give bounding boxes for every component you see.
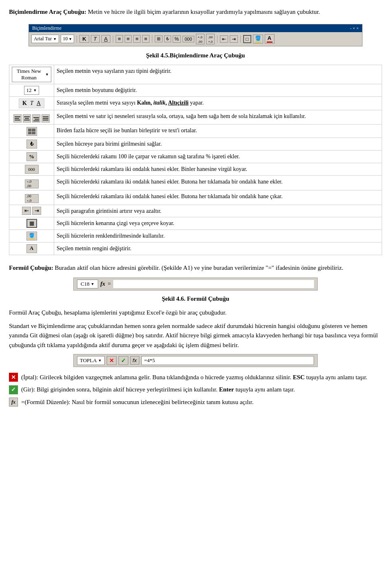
merge-cells-button[interactable]: ⊞ <box>155 35 163 42</box>
currency-format-icon: ₺ <box>26 140 37 149</box>
formula-edit-row: fx =(Formül Düzenle): Nasıl bir formül s… <box>9 398 382 407</box>
table-row: Times New Roman ▼ Seçilen metnin veya sa… <box>9 65 382 84</box>
table-row: ⇤ ⇥ Seçili paragrafın girintisini artırı… <box>9 205 382 217</box>
font-color-button[interactable]: A <box>265 34 275 44</box>
icon-cell-10: ⇤ ⇥ <box>9 205 54 217</box>
icon-cell-6: % <box>9 151 54 163</box>
increase-decimal-button[interactable]: +,0,00 <box>196 34 204 44</box>
font-size-box[interactable]: 10 ▼ <box>61 35 74 43</box>
cell-ref-box[interactable]: C18 ▼ <box>77 280 98 289</box>
align-justify-button[interactable]: ≡ <box>142 35 149 43</box>
cancel-text: (İptal): Girilecek bilgiden vazgeçmek an… <box>21 373 382 382</box>
decrease-decimal-button[interactable]: ,00+,0 <box>206 34 215 44</box>
desc-cell-1: Seçilen metnin boyutunu değiştirir. <box>54 84 382 96</box>
indent-decrease-button[interactable]: ⇤ <box>220 35 228 43</box>
align-left-button[interactable]: ≡ <box>116 35 123 43</box>
bold-button[interactable]: K <box>79 35 89 43</box>
desc-cell-10: Seçili paragrafın girintisini artırır ve… <box>54 205 382 217</box>
percent-button[interactable]: % <box>173 35 181 43</box>
icon-cell-7: 000 <box>9 163 54 176</box>
toolbar-wrapper: Biçimlendirme - × × Arial Tur ▼ 10 ▼ K T… <box>29 24 362 46</box>
icon-cell-13: A <box>9 242 54 255</box>
desc-cell-0: Seçilen metnin veya sayıların yazı tipin… <box>54 65 382 84</box>
align-right-button[interactable]: ≡ <box>133 35 141 43</box>
desc-cell-8: Seçili hücrelerdeki rakamlara iki ondalı… <box>54 176 382 190</box>
desc-text-12: Seçili hücrelerin renklendirilmesinde ku… <box>57 233 165 239</box>
icon-cell-1: 12 ▼ <box>9 84 54 96</box>
font-name-box[interactable]: Arial Tur ▼ <box>31 35 59 43</box>
indent-icons-group: ⇤ ⇥ <box>22 207 41 215</box>
icon-cell-3 <box>9 110 54 124</box>
toolbar-body: Arial Tur ▼ 10 ▼ K T A ≡ ≡ ≡ ≡ ⊞ ₺ % 000… <box>29 32 362 46</box>
tb-separator-3 <box>152 35 152 43</box>
desc-text-8: Seçili hücrelerdeki rakamlara iki ondalı… <box>57 179 283 185</box>
table-row: 12 ▼ Seçilen metnin boyutunu değiştirir. <box>9 84 382 96</box>
desc-text-2: Sırasıyla seçilen metni veya sayıyı Kalı… <box>57 100 204 106</box>
italic-button[interactable]: T <box>91 35 100 43</box>
fill-color-bar <box>29 238 35 239</box>
table-row: +,0 ,00 Seçili hücrelerdeki rakamlara ik… <box>9 176 382 190</box>
desc-text-13: Seçilen metnin rengini değiştirir. <box>57 245 132 251</box>
table-row: A Seçilen metnin rengini değiştirir. <box>9 242 382 255</box>
topla-dropdown-arrow-icon: ▼ <box>98 358 102 363</box>
thousands-button[interactable]: 000 <box>182 36 194 42</box>
formula-intro-bold: Formül Çubuğu: <box>9 264 53 271</box>
desc-text-6: Seçili hücrelerdeki rakamı 100 ile çarpa… <box>57 153 240 160</box>
topla-formula-text: =4*5 <box>144 357 155 363</box>
intro-bold-label: Biçimlendirme Araç Çubuğu: <box>9 9 86 15</box>
num-selector-arrow-icon: ▼ <box>33 88 37 92</box>
increase-top-label: +,0 <box>27 179 32 184</box>
text-a-symbol: A <box>30 245 33 251</box>
currency-button[interactable]: ₺ <box>164 35 171 42</box>
topla-cancel-button[interactable]: ✕ <box>107 356 116 365</box>
font-selector-icon[interactable]: Times New Roman ▼ <box>12 67 51 82</box>
tb-separator-2 <box>113 35 113 43</box>
formula-intro-text: Buradan aktif olan hücre adresini görebi… <box>53 264 343 271</box>
table-row: ₺ Seçilen hücreye para birimi girilmesin… <box>9 138 382 151</box>
desc-cell-2: Sırasıyla seçilen metni veya sayıyı Kalı… <box>54 96 382 110</box>
formula-eq-symbol: = <box>108 281 111 287</box>
cancel-row: ✕ (İptal): Girilecek bilgiden vazgeçmek … <box>9 373 382 382</box>
bottom-icons-section: ✕ (İptal): Girilecek bilgiden vazgeçmek … <box>9 373 382 407</box>
desc-text-1: Seçilen metnin boyutunu değiştirir. <box>57 87 137 93</box>
formula-input-area[interactable] <box>113 280 314 288</box>
align-center-button[interactable]: ≡ <box>125 35 132 43</box>
font-selector-arrow-icon: ▼ <box>45 72 49 77</box>
thousands-format-icon: 000 <box>25 165 39 174</box>
border-format-icon: ▦ <box>26 219 37 228</box>
topla-name-box[interactable]: TOPLA ▼ <box>77 356 105 365</box>
topla-fx-button[interactable]: fx <box>130 356 139 365</box>
font-selector-text: Times New Roman <box>14 68 44 81</box>
border-button[interactable]: □ <box>243 35 251 43</box>
topla-confirm-button[interactable]: ✓ <box>119 356 128 365</box>
align-right-icon <box>32 114 40 122</box>
table-row: ,00 +,0 Seçili hücrelerdeki rakamlara ik… <box>9 190 382 205</box>
fill-color-button[interactable]: 🪣 <box>253 35 263 44</box>
align-left-icon <box>13 114 22 122</box>
cancel-x-icon: ✕ <box>9 373 18 382</box>
formula-intro-paragraph: Formül Çubuğu: Buradan aktif olan hücre … <box>9 263 382 273</box>
desc-cell-12: Seçili hücrelerin renklendirilmesinde ku… <box>54 230 382 242</box>
icon-cell-5: ₺ <box>9 138 54 151</box>
desc-cell-11: Seçili hücrelerin kenarına çizgi veya çe… <box>54 217 382 230</box>
desc-text-5: Seçilen hücreye para birimi girilmesini … <box>57 141 162 147</box>
desc-text-0: Seçilen metnin veya sayıların yazı tipin… <box>57 68 171 74</box>
tb-separator-1 <box>77 35 77 43</box>
desc-cell-9: Seçili hücrelerdeki rakamlara iki ondalı… <box>54 190 382 205</box>
indent-increase-button[interactable]: ⇥ <box>230 35 238 43</box>
cell-ref-value: C18 <box>81 281 90 287</box>
num-selector-icon[interactable]: 12 ▼ <box>24 86 40 95</box>
intro-text: Metin ve hücre ile ilgili biçim ayarları… <box>86 9 320 15</box>
italic-icon: T <box>30 100 33 107</box>
table-row: Birden fazla hücre seçili ise bunları bi… <box>9 124 382 138</box>
desc-cell-6: Seçili hücrelerdeki rakamı 100 ile çarpa… <box>54 151 382 163</box>
kta-box: K T A <box>19 98 44 108</box>
topla-formula-box[interactable]: =4*5 <box>141 356 314 365</box>
desc-text-7: Seçili hücrelerdeki rakamlara iki ondalı… <box>57 166 247 172</box>
table-row: Seçilen metni ve satır içi nesneleri sır… <box>9 110 382 124</box>
toolbar-close-btns[interactable]: - × × <box>350 26 359 31</box>
confirm-row: ✓ (Gir): Bilgi girişinden sonra, bilgini… <box>9 385 382 394</box>
increase-bottom-label: ,00 <box>27 184 31 188</box>
table-row: % Seçili hücrelerdeki rakamı 100 ile çar… <box>9 151 382 163</box>
underline-button[interactable]: A <box>101 35 111 43</box>
